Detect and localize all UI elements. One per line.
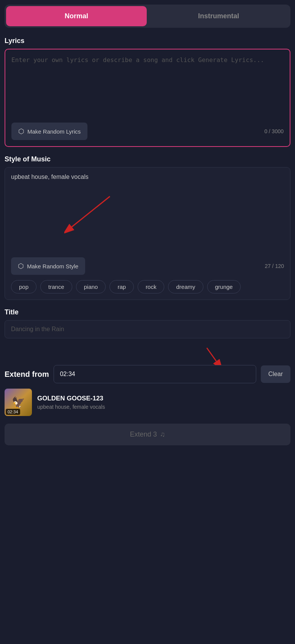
make-random-lyrics-button[interactable]: ⬡ Make Random Lyrics — [11, 123, 87, 140]
arrow-annotation — [11, 215, 284, 257]
style-dice-icon: ⬡ — [18, 262, 24, 270]
dice-icon: ⬡ — [18, 127, 24, 135]
genre-tag-pop[interactable]: pop — [11, 280, 36, 293]
music-note-icon: ♫ — [160, 430, 165, 438]
song-style: upbeat house, female vocals — [37, 404, 290, 410]
extend-time-input[interactable] — [54, 365, 256, 383]
song-title: GOLDEN GOOSE-123 — [37, 395, 290, 402]
genre-tag-rap[interactable]: rap — [109, 280, 134, 293]
lyrics-section: Lyrics ⬡ Make Random Lyrics 0 / 3000 — [5, 37, 290, 147]
instrumental-mode-button[interactable]: Instrumental — [148, 6, 289, 26]
style-section-label: Style of Music — [5, 155, 290, 163]
title-section-label: Title — [5, 308, 290, 316]
style-box: upbeat house, female vocals ⬡ Make Rando… — [5, 167, 290, 300]
extend-red-arrow-svg — [146, 346, 222, 365]
clear-button[interactable]: Clear — [261, 365, 290, 383]
red-arrow-svg — [64, 193, 140, 234]
genre-tag-trance[interactable]: trance — [40, 280, 72, 293]
title-section: Title — [5, 308, 290, 338]
genre-tag-dreamy[interactable]: dreamy — [168, 280, 203, 293]
extend-action-button[interactable]: Extend 3 ♫ — [5, 424, 290, 445]
style-section: Style of Music upbeat house, female voca… — [5, 155, 290, 300]
extend-row: Extend from Clear — [5, 365, 290, 383]
title-input[interactable] — [5, 320, 290, 338]
svg-line-1 — [72, 196, 110, 227]
genre-tag-grunge[interactable]: grunge — [207, 280, 241, 293]
song-info: GOLDEN GOOSE-123 upbeat house, female vo… — [37, 395, 290, 410]
song-thumbnail: 🦅 02:34 — [5, 389, 32, 416]
mode-toggle: Normal Instrumental — [5, 5, 290, 28]
lyrics-char-count: 0 / 3000 — [264, 128, 284, 134]
song-item[interactable]: 🦅 02:34 GOLDEN GOOSE-123 upbeat house, f… — [5, 389, 290, 416]
lyrics-section-label: Lyrics — [5, 37, 290, 45]
genre-tag-rock[interactable]: rock — [138, 280, 164, 293]
make-random-lyrics-label: Make Random Lyrics — [27, 128, 81, 135]
style-char-count: 27 / 120 — [265, 263, 284, 269]
make-random-style-label: Make Random Style — [27, 263, 78, 269]
svg-line-3 — [207, 348, 216, 361]
genre-tag-piano[interactable]: piano — [76, 280, 106, 293]
extend-from-label: Extend from — [5, 370, 49, 379]
normal-mode-button[interactable]: Normal — [6, 6, 147, 26]
genre-tags-container: pop trance piano rap rock dreamy grunge — [11, 280, 284, 293]
extend-action-label: Extend 3 — [130, 430, 157, 438]
lyrics-footer: ⬡ Make Random Lyrics 0 / 3000 — [11, 123, 284, 140]
extend-section: Extend from Clear 🦅 02:34 GOLDEN GOOSE-1… — [5, 346, 290, 416]
extend-arrow-container — [5, 346, 290, 365]
song-time-badge: 02:34 — [6, 409, 20, 415]
lyrics-textarea[interactable] — [11, 56, 284, 116]
make-random-style-button[interactable]: ⬡ Make Random Style — [11, 257, 85, 275]
song-thumb-figure: 🦅 — [12, 396, 25, 409]
style-value-text[interactable]: upbeat house, female vocals — [11, 174, 284, 185]
style-footer: ⬡ Make Random Style 27 / 120 — [11, 257, 284, 275]
lyrics-box: ⬡ Make Random Lyrics 0 / 3000 — [5, 49, 290, 147]
